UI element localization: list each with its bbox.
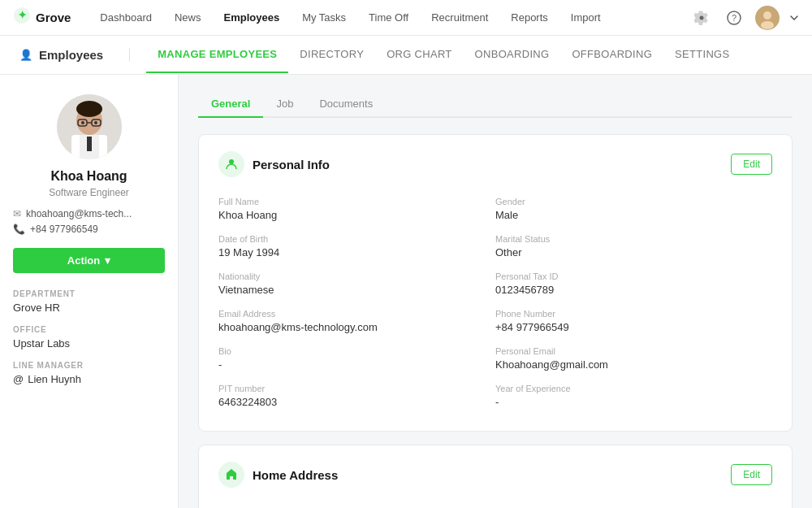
logo-icon: ✦ <box>13 7 31 28</box>
home-address-title: Home Address <box>253 468 338 482</box>
tab-settings[interactable]: Settings <box>663 37 741 73</box>
field-bio: Bio - <box>218 340 495 377</box>
svg-point-17 <box>94 121 97 124</box>
tab-documents[interactable]: Documents <box>306 91 386 118</box>
field-full-name: Full Name Khoa Hoang <box>218 190 495 228</box>
dob-label: Date of Birth <box>218 234 495 244</box>
profile-avatar <box>57 94 122 159</box>
sub-navigation: 👤 Employees Manage Employees Directory O… <box>0 36 812 75</box>
yoe-label: Year of Experience <box>495 384 772 393</box>
yoe-value: - <box>495 396 772 408</box>
home-address-header: Home Address Edit <box>218 462 772 488</box>
sub-nav-left: 👤 Employees <box>19 48 130 62</box>
personal-info-header: Personal Info Edit <box>218 151 772 177</box>
tab-offboarding[interactable]: Offboarding <box>560 37 663 73</box>
tab-manage-employees[interactable]: Manage Employees <box>146 37 288 73</box>
line-manager-section: LINE MANAGER @ Lien Huynh <box>13 361 165 385</box>
personal-email-label: Personal Email <box>495 346 772 356</box>
phone-value: +84 977966549 <box>495 321 772 333</box>
personal-info-icon <box>218 151 244 177</box>
office-value: Upstar Labs <box>13 337 165 350</box>
field-group-right: Gender Male Marital Status Other Persona… <box>495 190 772 415</box>
field-tax-id: Personal Tax ID 0123456789 <box>495 265 772 302</box>
user-avatar[interactable] <box>755 6 780 30</box>
field-email: Email Address khoahoang@kms-technology.c… <box>218 302 495 340</box>
gender-label: Gender <box>495 197 772 206</box>
marital-status-label: Marital Status <box>495 234 772 244</box>
nav-my-tasks[interactable]: My Tasks <box>292 7 356 28</box>
home-address-icon <box>218 462 244 488</box>
field-nationality: Nationality Vietnamese <box>218 265 495 302</box>
full-name-value: Khoa Hoang <box>218 209 495 221</box>
nav-employees[interactable]: Employees <box>214 7 289 28</box>
nav-reports[interactable]: Reports <box>501 7 558 28</box>
contact-phone: 📞 +84 977966549 <box>13 224 165 235</box>
employees-nav-icon: 👤 <box>19 49 32 61</box>
profile-contact: ✉ khoahoang@kms-tech... 📞 +84 977966549 <box>13 208 165 235</box>
personal-info-fields: Full Name Khoa Hoang Date of Birth 19 Ma… <box>218 190 772 415</box>
sub-nav-title: Employees <box>39 48 103 62</box>
tab-job[interactable]: Job <box>263 91 306 118</box>
field-phone: Phone Number +84 977966549 <box>495 302 772 340</box>
bio-value: - <box>218 358 495 371</box>
tax-id-label: Personal Tax ID <box>495 271 772 281</box>
pit-label: PIT number <box>218 384 495 393</box>
personal-email-value: Khoahoang@gmail.com <box>495 358 772 371</box>
user-menu-chevron[interactable] <box>789 7 799 29</box>
nav-dashboard[interactable]: Dashboard <box>90 7 162 28</box>
office-section: OFFICE Upstar Labs <box>13 325 165 350</box>
svg-point-16 <box>81 121 84 124</box>
nav-import[interactable]: Import <box>561 7 611 28</box>
nav-news[interactable]: News <box>165 7 211 28</box>
svg-point-5 <box>763 11 771 20</box>
sub-nav-tabs: Manage Employees Directory Org Chart Onb… <box>146 37 741 73</box>
line-manager-value: @ Lien Huynh <box>13 373 165 385</box>
department-section: DEPARTMENT Grove HR <box>13 289 165 314</box>
field-marital-status: Marital Status Other <box>495 228 772 265</box>
nationality-value: Vietnamese <box>218 284 495 296</box>
email-icon: ✉ <box>13 208 21 219</box>
home-address-card: Home Address Edit Full Address 98 Baker … <box>198 445 793 508</box>
dob-value: 19 May 1994 <box>218 246 495 258</box>
contact-email: ✉ khoahoang@kms-tech... <box>13 208 165 219</box>
tab-general[interactable]: General <box>198 91 263 118</box>
address-fields-right: City Dubrovna Postal Code 1920830 <box>495 501 772 508</box>
tab-org-chart[interactable]: Org Chart <box>375 37 463 73</box>
tab-onboarding[interactable]: Onboarding <box>464 37 561 73</box>
field-personal-email: Personal Email Khoahoang@gmail.com <box>495 340 772 377</box>
nav-recruitment[interactable]: Recruitment <box>421 7 498 28</box>
action-button[interactable]: Action ▾ <box>13 248 165 273</box>
department-value: Grove HR <box>13 302 165 314</box>
personal-info-edit-button[interactable]: Edit <box>731 154 772 175</box>
help-icon[interactable]: ? <box>723 7 745 29</box>
svg-rect-10 <box>87 137 92 151</box>
personal-info-title: Personal Info <box>253 158 330 172</box>
tab-directory[interactable]: Directory <box>288 37 375 73</box>
brand-name: Grove <box>36 11 71 24</box>
action-chevron-icon: ▾ <box>105 254 110 267</box>
tax-id-value: 0123456789 <box>495 284 772 296</box>
profile-name: Khoa Hoang <box>13 169 165 184</box>
home-address-title-area: Home Address <box>218 462 338 488</box>
nationality-label: Nationality <box>218 271 495 281</box>
office-label: OFFICE <box>13 325 165 334</box>
svg-point-18 <box>229 159 234 164</box>
department-label: DEPARTMENT <box>13 289 165 298</box>
email-value: khoahoang@kms-technology.com <box>218 321 495 333</box>
address-fields-left: Full Address 98 Baker Street Country Bel… <box>218 501 495 508</box>
marital-status-value: Other <box>495 246 772 258</box>
phone-label: Phone Number <box>495 309 772 319</box>
field-group: Full Name Khoa Hoang Date of Birth 19 Ma… <box>218 190 495 415</box>
settings-icon[interactable] <box>690 7 713 29</box>
home-address-edit-button[interactable]: Edit <box>731 464 772 485</box>
field-pit: PIT number 6463224803 <box>218 377 495 415</box>
gender-value: Male <box>495 209 772 221</box>
content-tabs: General Job Documents <box>198 91 793 118</box>
svg-point-12 <box>76 101 102 117</box>
field-gender: Gender Male <box>495 190 772 228</box>
svg-point-6 <box>761 21 774 29</box>
nav-time-off[interactable]: Time Off <box>359 7 418 28</box>
main-layout: Khoa Hoang Software Engineer ✉ khoahoang… <box>0 75 812 508</box>
logo[interactable]: ✦ Grove <box>13 7 71 28</box>
field-dob: Date of Birth 19 May 1994 <box>218 228 495 265</box>
